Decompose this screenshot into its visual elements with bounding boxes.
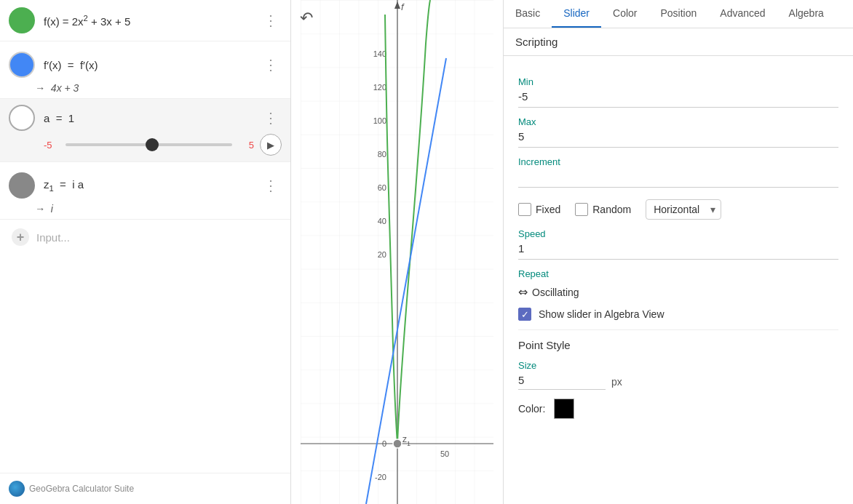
size-row: 5 px [518,374,838,390]
fixed-checkbox[interactable] [518,203,531,216]
direction-dropdown[interactable]: Horizontal Vertical [646,199,721,220]
expression-1: f(x) = 2x2 + 3x + 5 ⋮ [0,0,290,41]
svg-text:40: 40 [378,217,386,225]
tab-algebra[interactable]: Algebra [777,0,836,28]
slider-max-label: 5 [238,140,254,151]
slider-row: -5 5 ▶ [9,134,282,156]
expression-4: z1 = i a ⋮ → i [0,162,290,220]
oscillate-icon: ⇔ [518,285,528,299]
expr4-row: z1 = i a ⋮ [0,162,290,203]
svg-text:120: 120 [373,83,386,92]
svg-text:60: 60 [378,183,386,192]
size-unit: px [611,376,622,388]
expr2-more-button[interactable]: ⋮ [261,55,282,75]
svg-point-15 [393,439,402,448]
fixed-checkbox-item: Fixed [518,203,560,216]
random-checkbox[interactable] [575,203,588,216]
slider-min-label: -5 [44,140,60,151]
color-row: Color: [518,399,838,419]
show-slider-row: ✓ Show slider in Algebra View [518,308,838,321]
expr3-text: a = 1 [44,112,261,124]
left-panel: f(x) = 2x2 + 3x + 5 ⋮ f′(x) = f′(x) ⋮ → … [0,0,291,504]
arrow-icon: → [35,82,45,94]
increment-label: Increment [518,156,838,167]
geogebra-logo [9,481,25,497]
max-value[interactable]: 5 [518,130,838,148]
footer-text: GeoGebra Calculator Suite [29,484,134,494]
scripting-label: Scripting [504,28,853,56]
arrow-icon-2: → [35,203,45,215]
right-panel: Basic Slider Color Position Advanced Alg… [504,0,853,504]
graph-area: ↶ f 140 120 100 80 60 40 20 0 -20 50 [291,0,504,504]
back-button[interactable]: ↶ [300,9,313,28]
expr3-more-button[interactable]: ⋮ [261,108,282,128]
repeat-label: Repeat [518,268,838,279]
max-label: Max [518,116,838,127]
size-value[interactable]: 5 [518,374,606,390]
repeat-row: ⇔ Oscillating [518,285,838,299]
direction-dropdown-wrap: Horizontal Vertical [646,199,721,220]
svg-text:20: 20 [378,250,386,259]
color-label: Color: [518,403,545,415]
divider [518,329,838,330]
expression-3-slider: a = 1 ⋮ -5 5 ▶ [0,99,290,162]
slider-top-row: a = 1 ⋮ [9,105,282,131]
point-style-heading: Point Style [518,339,838,351]
show-slider-checkbox[interactable]: ✓ [518,308,531,321]
svg-text:50: 50 [440,449,449,458]
tabs-bar: Basic Slider Color Position Advanced Alg… [504,0,853,28]
expr2-row: f′(x) = f′(x) ⋮ [0,41,290,82]
fixed-label: Fixed [536,204,560,215]
min-value[interactable]: -5 [518,90,838,108]
color-swatch[interactable] [554,399,574,419]
expr4-icon [9,172,35,199]
expr3-icon [9,105,35,131]
expr1-text: f(x) = 2x2 + 3x + 5 [44,14,261,28]
svg-text:80: 80 [378,150,386,159]
expr4-more-button[interactable]: ⋮ [261,175,282,196]
expr2-text: f′(x) = f′(x) [44,59,261,71]
expr4-text: z1 = i a [44,178,261,193]
expr1-icon [9,7,35,33]
input-row[interactable]: + Input... [0,220,290,255]
expr2-sub: → 4x + 3 [0,82,290,98]
svg-text:-20: -20 [375,473,386,481]
options-row: Fixed Random Horizontal Vertical [518,199,838,220]
right-panel-content: Min -5 Max 5 Increment Fixed Random Hori… [504,56,853,504]
tab-color[interactable]: Color [601,0,648,28]
graph-svg: f 140 120 100 80 60 40 20 0 -20 50 z1 [291,0,503,504]
min-label: Min [518,76,838,87]
add-icon: + [12,228,29,246]
input-placeholder: Input... [36,231,70,244]
show-slider-label: Show slider in Algebra View [539,308,664,320]
size-label: Size [518,360,838,371]
increment-value[interactable] [518,170,838,188]
random-checkbox-item: Random [575,203,631,216]
slider-track[interactable] [66,143,232,146]
speed-value[interactable]: 1 [518,242,838,260]
slider-thumb[interactable] [146,138,159,151]
oscillating-label: Oscillating [532,287,579,298]
tab-advanced[interactable]: Advanced [708,0,777,28]
expr1-more-button[interactable]: ⋮ [261,10,282,31]
tab-slider[interactable]: Slider [552,0,601,28]
tab-position[interactable]: Position [649,0,709,28]
expression-2: f′(x) = f′(x) ⋮ → 4x + 3 [0,41,290,99]
random-label: Random [592,204,631,215]
tab-basic[interactable]: Basic [504,0,552,28]
speed-label: Speed [518,228,838,239]
expr4-sub: → i [0,203,290,219]
expr2-icon [9,52,35,78]
footer: GeoGebra Calculator Suite [0,473,290,504]
svg-text:100: 100 [373,116,386,125]
svg-text:140: 140 [373,49,386,58]
play-button[interactable]: ▶ [260,134,282,156]
svg-text:0: 0 [382,439,386,448]
